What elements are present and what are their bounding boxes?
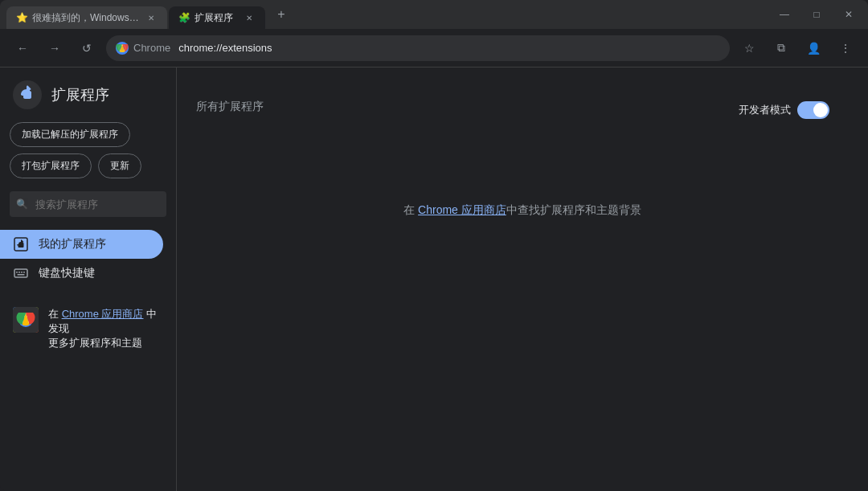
bookmark-button[interactable]: ☆ bbox=[736, 35, 762, 61]
sidebar-item-my-extensions[interactable]: 我的扩展程序 bbox=[0, 230, 163, 259]
page-content: 扩展程序 加载已解压的扩展程序 打包扩展程序 更新 bbox=[0, 68, 868, 491]
toolbar-buttons: 加载已解压的扩展程序 打包扩展程序 更新 bbox=[0, 122, 176, 191]
new-tab-button[interactable]: + bbox=[270, 3, 293, 26]
sidebar-store-text: 在 Chrome 应用商店 中发现更多扩展程序和主题 bbox=[48, 307, 163, 351]
toggle-knob bbox=[813, 103, 828, 117]
sidebar-item-keyboard-shortcuts[interactable]: 键盘快捷键 bbox=[0, 259, 163, 288]
update-button[interactable]: 更新 bbox=[98, 153, 141, 178]
extensions-button[interactable]: ⧉ bbox=[768, 35, 794, 61]
tab-1-favicon: ⭐ bbox=[16, 12, 27, 23]
title-bar: ⭐ 很难搞到的，Windows必装的... ✕ 🧩 扩展程序 ✕ + — □ ✕ bbox=[0, 0, 868, 29]
dev-mode-label: 开发者模式 bbox=[739, 103, 791, 117]
extensions-logo-icon bbox=[13, 80, 42, 109]
empty-state-text: 在 Chrome 应用商店中查找扩展程序和主题背景 bbox=[403, 203, 641, 218]
tab-1-close[interactable]: ✕ bbox=[145, 11, 158, 24]
tab-2-favicon: 🧩 bbox=[178, 12, 190, 23]
chrome-logo-icon bbox=[116, 42, 129, 55]
forward-button[interactable]: → bbox=[42, 35, 68, 61]
tab-1[interactable]: ⭐ 很难搞到的，Windows必装的... ✕ bbox=[6, 6, 167, 29]
tab-2-close[interactable]: ✕ bbox=[243, 11, 256, 24]
store-text-prefix: 在 bbox=[48, 308, 62, 320]
svg-rect-7 bbox=[18, 272, 20, 273]
search-box bbox=[0, 191, 176, 230]
empty-state-suffix: 中查找扩展程序和主题背景 bbox=[506, 203, 641, 216]
account-button[interactable]: 👤 bbox=[800, 35, 826, 61]
sidebar-title: 扩展程序 bbox=[51, 85, 109, 104]
maximize-button[interactable]: □ bbox=[800, 2, 833, 27]
sidebar-item-keyboard-shortcuts-label: 键盘快捷键 bbox=[39, 266, 95, 280]
chrome-store-icon bbox=[13, 307, 39, 333]
tab-2[interactable]: 🧩 扩展程序 ✕ bbox=[169, 6, 265, 29]
load-unpacked-button[interactable]: 加载已解压的扩展程序 bbox=[10, 122, 130, 147]
my-extensions-icon bbox=[13, 236, 29, 252]
address-text-url: chrome://extensions bbox=[178, 42, 272, 54]
nav-bar: ← → ↺ Chrome chrome://extensions ☆ ⧉ 👤 ⋮ bbox=[0, 29, 868, 68]
svg-rect-6 bbox=[16, 272, 18, 273]
refresh-button[interactable]: ↺ bbox=[74, 35, 100, 61]
main-content: 开发者模式 所有扩展程序 在 Chrome 应用商店中查找扩展程序和主题背景 bbox=[177, 68, 868, 491]
keyboard-icon bbox=[13, 265, 29, 281]
sidebar-item-my-extensions-label: 我的扩展程序 bbox=[39, 237, 106, 252]
address-bar[interactable]: Chrome chrome://extensions bbox=[106, 35, 730, 61]
svg-rect-10 bbox=[18, 274, 25, 276]
pack-extension-button[interactable]: 打包扩展程序 bbox=[10, 153, 92, 178]
tab-1-title: 很难搞到的，Windows必装的... bbox=[32, 11, 140, 25]
search-input[interactable] bbox=[10, 191, 166, 217]
tab-2-title: 扩展程序 bbox=[194, 11, 238, 25]
back-button[interactable]: ← bbox=[10, 35, 35, 61]
search-wrapper bbox=[10, 191, 166, 217]
tab-strip: ⭐ 很难搞到的，Windows必装的... ✕ 🧩 扩展程序 ✕ + bbox=[0, 0, 765, 29]
svg-rect-5 bbox=[14, 269, 27, 277]
dev-mode-toggle: 开发者模式 bbox=[739, 101, 829, 119]
sidebar-store-link[interactable]: Chrome 应用商店 bbox=[62, 308, 144, 320]
menu-button[interactable]: ⋮ bbox=[833, 35, 858, 61]
svg-rect-8 bbox=[21, 272, 23, 273]
sidebar-store-item[interactable]: 在 Chrome 应用商店 中发现更多扩展程序和主题 bbox=[0, 301, 176, 358]
window-controls: — □ ✕ bbox=[765, 2, 868, 27]
close-button[interactable]: ✕ bbox=[833, 2, 865, 27]
address-text-chrome: Chrome bbox=[133, 42, 170, 54]
empty-state: 在 Chrome 应用商店中查找扩展程序和主题背景 bbox=[196, 130, 849, 291]
dev-mode-switch[interactable] bbox=[797, 101, 829, 119]
sidebar-header: 扩展程序 bbox=[0, 80, 176, 122]
main-store-link[interactable]: Chrome 应用商店 bbox=[418, 203, 506, 216]
sidebar: 扩展程序 加载已解压的扩展程序 打包扩展程序 更新 bbox=[0, 68, 177, 491]
minimize-button[interactable]: — bbox=[768, 2, 800, 27]
svg-rect-9 bbox=[23, 272, 25, 273]
empty-state-prefix: 在 bbox=[403, 203, 418, 216]
browser-window: ⭐ 很难搞到的，Windows必装的... ✕ 🧩 扩展程序 ✕ + — □ ✕… bbox=[0, 0, 868, 491]
